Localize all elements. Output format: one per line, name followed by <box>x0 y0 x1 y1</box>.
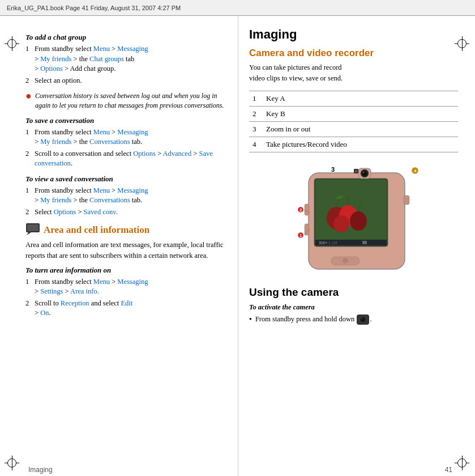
table-num: 1 <box>249 91 263 106</box>
area-step-1: 1 From standby select Menu > Messaging> … <box>25 277 226 297</box>
svg-point-9 <box>333 215 349 232</box>
table-label: Key A <box>263 91 458 106</box>
area-cell-icon-heading: Area and cell information <box>25 223 226 237</box>
svg-rect-18 <box>305 204 309 215</box>
view-step-1: 1 From standby select Menu > Messaging> … <box>25 186 226 206</box>
step-2: 2 Select an option. <box>25 76 226 86</box>
header-text: Erika_UG_PA1.book Page 41 Friday, August… <box>7 5 181 11</box>
table-label: Take pictures/Record video <box>263 137 458 152</box>
turn-area-on-steps: 1 From standby select Menu > Messaging> … <box>25 277 226 318</box>
corner-bl-mark <box>5 456 20 471</box>
svg-point-24 <box>362 171 364 173</box>
svg-text:300+: 300+ <box>319 241 328 245</box>
save-step-2: 2 Scroll to a conversation and select Op… <box>25 149 226 169</box>
save-conversation-steps: 1 From standby select Menu > Messaging> … <box>25 128 226 169</box>
camera-intro: You can take pictures and recordvideo cl… <box>249 62 458 84</box>
page-number: 41 <box>445 466 452 474</box>
camera-table: 1 Key A 2 Key B 3 Zoom in or out 4 Take … <box>249 91 458 152</box>
svg-point-41 <box>361 318 362 319</box>
add-chat-group-steps: 1 From standby select Menu > Messaging> … <box>25 44 226 86</box>
corner-tl-mark <box>5 36 20 52</box>
view-saved-steps: 1 From standby select Menu > Messaging> … <box>25 186 226 218</box>
note-icon: ● <box>25 90 32 110</box>
table-num: 3 <box>249 121 263 137</box>
svg-point-37 <box>343 258 348 264</box>
phone-svg: 300+ 1.1M 1 <box>275 162 433 280</box>
svg-rect-17 <box>362 241 367 244</box>
svg-point-26 <box>355 170 357 172</box>
step-1: 1 From standby select Menu > Messaging> … <box>25 44 226 74</box>
note-text: Conversation history is saved between lo… <box>35 91 226 110</box>
svg-text:4: 4 <box>414 168 417 173</box>
activate-camera-text: From standby press and hold down . <box>255 314 372 325</box>
table-num: 4 <box>249 137 263 152</box>
svg-text:3: 3 <box>331 166 335 173</box>
table-num: 2 <box>249 106 263 121</box>
table-row: 4 Take pictures/Record video <box>249 137 458 152</box>
area-cell-heading: Area and cell information <box>44 224 149 236</box>
table-row: 1 Key A <box>249 91 458 106</box>
save-conversation-heading: To save a conversation <box>25 116 226 125</box>
svg-text:2: 2 <box>299 207 302 212</box>
table-row: 3 Zoom in or out <box>249 121 458 137</box>
save-step-1: 1 From standby select Menu > Messaging> … <box>25 128 226 147</box>
svg-text:1: 1 <box>299 233 302 238</box>
svg-text:1.1M: 1.1M <box>328 241 337 245</box>
bullet-icon: • <box>249 313 252 325</box>
view-step-2: 2 Select Options > Saved conv. <box>25 207 226 218</box>
table-row: 2 Key B <box>249 106 458 121</box>
corner-tr-mark <box>455 36 470 52</box>
add-chat-group-section: To add a chat group 1 From standby selec… <box>25 33 226 86</box>
camera-section-title: Camera and video recorder <box>249 48 458 59</box>
table-label: Key B <box>263 106 458 121</box>
area-cell-section: Area and cell information Area and cell … <box>25 223 226 318</box>
table-label: Zoom in or out <box>263 121 458 137</box>
save-conversation-section: To save a conversation 1 From standby se… <box>25 116 226 169</box>
svg-rect-20 <box>404 196 409 205</box>
column-divider <box>238 16 238 476</box>
page-title: Imaging <box>249 27 458 42</box>
area-cell-icon <box>25 223 40 237</box>
header-bar: Erika_UG_PA1.book Page 41 Friday, August… <box>0 0 475 16</box>
view-saved-heading: To view a saved conversation <box>25 175 226 184</box>
svg-rect-1 <box>27 224 38 231</box>
left-column: To add a chat group 1 From standby selec… <box>0 16 238 476</box>
footer-label: Imaging <box>28 466 53 474</box>
svg-marker-2 <box>27 232 31 235</box>
area-step-2: 2 Scroll to Reception and select Edit> O… <box>25 299 226 318</box>
right-column: Imaging Camera and video recorder You ca… <box>238 16 475 476</box>
activate-camera-heading: To activate the camera <box>249 303 458 312</box>
area-cell-body: Area and cell information are text messa… <box>25 240 226 261</box>
add-chat-group-heading: To add a chat group <box>25 33 226 42</box>
using-camera-title: Using the camera <box>249 286 458 299</box>
corner-br-mark <box>455 456 470 471</box>
turn-area-on-heading: To turn area information on <box>25 266 226 275</box>
activate-camera-step: • From standby press and hold down . <box>249 314 458 325</box>
svg-point-8 <box>350 211 367 231</box>
view-saved-section: To view a saved conversation 1 From stan… <box>25 175 226 218</box>
camera-illustration: 300+ 1.1M 1 <box>275 162 433 275</box>
note-box: ● Conversation history is saved between … <box>25 91 226 110</box>
